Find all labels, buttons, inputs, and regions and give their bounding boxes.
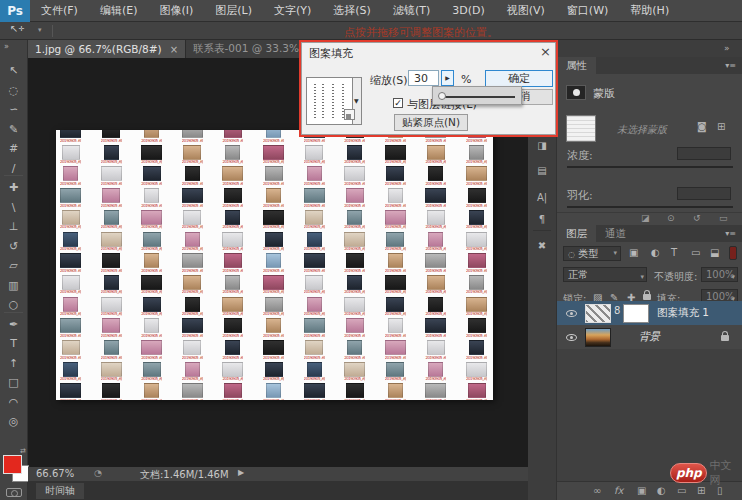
foreground-color-swatch[interactable] bbox=[3, 455, 22, 474]
scale-slider-arrow-icon[interactable]: ▶ bbox=[441, 70, 454, 86]
dialog-close-icon[interactable]: × bbox=[540, 44, 551, 59]
layer-row-pattern-fill[interactable]: 8 图案填充 1 bbox=[557, 301, 742, 325]
menu-item-滤镜(T)[interactable]: 滤镜(T) bbox=[382, 0, 441, 22]
mask-thumbnail[interactable] bbox=[566, 115, 596, 142]
layer-name[interactable]: 图案填充 1 bbox=[657, 306, 709, 320]
layer-mask-link-icon[interactable]: 8 bbox=[614, 305, 620, 316]
status-zoom-level[interactable]: 66.67% bbox=[36, 468, 74, 479]
filter-smart-objects-icon[interactable]: ⬓ bbox=[710, 247, 719, 258]
document-canvas[interactable]: 20190905_相片_001.jpg20190905_相片_001.jpg20… bbox=[56, 130, 493, 400]
visibility-eye-icon[interactable] bbox=[566, 310, 577, 317]
layer-name[interactable]: 背景 bbox=[639, 330, 660, 344]
delete-icon[interactable]: ▭ bbox=[719, 213, 728, 223]
density-value-box[interactable] bbox=[677, 147, 731, 160]
layer-mask-thumbnail[interactable] bbox=[623, 304, 649, 323]
filter-type-layers-icon[interactable]: T bbox=[671, 247, 677, 258]
filter-shape-layers-icon[interactable]: ▭ bbox=[691, 247, 700, 258]
menu-item-图像(I)[interactable]: 图像(I) bbox=[148, 0, 204, 22]
menu-item-编辑(E)[interactable]: 编辑(E) bbox=[89, 0, 149, 22]
healing-brush-tool[interactable]: ✚ bbox=[0, 179, 27, 197]
reset-icon[interactable]: ↺ bbox=[693, 213, 701, 223]
tab-layers[interactable]: 图层 bbox=[557, 225, 596, 242]
blend-mode-dropdown[interactable]: 正常▾ bbox=[563, 267, 647, 282]
add-mask-icon[interactable]: ⊞ bbox=[717, 121, 725, 132]
layer-style-icon[interactable]: fx bbox=[614, 485, 623, 496]
add-mask-icon[interactable]: ▣ bbox=[637, 485, 646, 496]
pen-tool[interactable]: ✒ bbox=[0, 316, 27, 334]
lock-all-icon[interactable] bbox=[643, 294, 651, 300]
move-tool[interactable]: ↖ bbox=[0, 62, 27, 80]
background-thumbnail[interactable] bbox=[585, 328, 611, 347]
contact-photo bbox=[62, 145, 80, 160]
layers-panel-menu-icon[interactable]: ▾≡ bbox=[725, 229, 736, 238]
mask-type-icon[interactable]: ◙ bbox=[697, 121, 707, 132]
tab-close-icon[interactable]: × bbox=[170, 44, 178, 55]
crop-tool[interactable]: # bbox=[0, 140, 27, 158]
history-brush-tool[interactable]: ↺ bbox=[0, 238, 27, 256]
menu-item-图层(L)[interactable]: 图层(L) bbox=[204, 0, 263, 22]
menu-item-选择(S)[interactable]: 选择(S) bbox=[322, 0, 382, 22]
document-tab-1[interactable]: 1.jpg @ 66.7%(RGB/8#)× bbox=[28, 40, 186, 58]
hand-tool[interactable]: ◠ bbox=[0, 394, 27, 412]
menu-item-3D(D)[interactable]: 3D(D) bbox=[441, 0, 496, 22]
pattern-fill-thumbnail[interactable] bbox=[585, 304, 611, 323]
adjustments-panel-icon[interactable]: ◨ bbox=[528, 140, 556, 151]
density-slider[interactable] bbox=[567, 166, 733, 168]
tab-channels[interactable]: 通道 bbox=[596, 225, 635, 242]
quick-select-tool[interactable]: ✎ bbox=[0, 121, 27, 139]
quick-mask-icon[interactable] bbox=[6, 488, 22, 497]
character-panel-icon[interactable]: A| bbox=[528, 192, 556, 203]
panels-collapse-icon[interactable]: » bbox=[724, 43, 730, 53]
menu-item-文字(Y)[interactable]: 文字(Y) bbox=[263, 0, 322, 22]
layer-filter-dropdown[interactable]: ◌ 类型▾ bbox=[563, 246, 621, 261]
menu-item-文件(F)[interactable]: 文件(F) bbox=[30, 0, 89, 22]
tool-preset-dropdown-icon[interactable]: ▾ bbox=[38, 26, 42, 34]
lasso-tool[interactable]: ∽ bbox=[0, 101, 27, 119]
toolbar-collapse-icon[interactable]: » bbox=[4, 42, 9, 51]
menu-item-帮助(H)[interactable]: 帮助(H) bbox=[619, 0, 680, 22]
contact-photo bbox=[428, 166, 443, 181]
invert-mask-icon[interactable]: ◪ bbox=[641, 213, 650, 223]
snap-to-origin-button[interactable]: 贴紧原点(N) bbox=[394, 114, 468, 131]
layer-row-background[interactable]: 背景 bbox=[557, 325, 742, 349]
eraser-tool[interactable]: ▱ bbox=[0, 257, 27, 275]
path-select-tool[interactable]: ↑ bbox=[0, 355, 27, 373]
slider-track[interactable] bbox=[441, 96, 515, 98]
visibility-eye-icon[interactable] bbox=[566, 334, 577, 341]
shape-tool[interactable]: □ bbox=[0, 374, 27, 392]
gradient-tool[interactable]: ▥ bbox=[0, 277, 27, 295]
zoom-tool[interactable]: ◎ bbox=[0, 413, 27, 431]
slider-thumb[interactable] bbox=[438, 92, 446, 100]
filter-adjustment-layers-icon[interactable]: ◐ bbox=[651, 247, 660, 258]
menu-item-窗口(W)[interactable]: 窗口(W) bbox=[556, 0, 619, 22]
link-with-layer-checkbox[interactable]: ✓ bbox=[393, 98, 403, 108]
photo-caption: 20190905_相片_001.jpg bbox=[60, 225, 81, 229]
brush-tool[interactable]: \ bbox=[0, 199, 27, 217]
swap-swatches-icon[interactable]: ⇄ bbox=[20, 447, 26, 455]
opacity-dropdown[interactable]: 100%▾ bbox=[701, 267, 738, 282]
timeline-tab[interactable]: 时间轴 bbox=[36, 483, 84, 499]
mask-view-icon[interactable]: ⊙ bbox=[667, 213, 675, 223]
tool-presets-panel-icon[interactable]: ✖ bbox=[528, 240, 556, 251]
layer-filter-toggle[interactable] bbox=[729, 246, 737, 260]
contact-photo bbox=[104, 210, 119, 225]
marquee-tool[interactable]: ◌ bbox=[0, 82, 27, 100]
contact-photo-cell: 20190905_相片_001.jpg bbox=[466, 253, 487, 272]
paragraph-panel-icon[interactable]: ¶ bbox=[528, 214, 556, 225]
link-layers-icon[interactable]: ∞ bbox=[593, 485, 601, 496]
ok-button[interactable]: 确定 bbox=[485, 70, 553, 87]
scale-input[interactable]: 30 bbox=[408, 70, 439, 86]
tab-properties[interactable]: 属性 bbox=[557, 57, 596, 74]
styles-panel-icon[interactable]: ▤ bbox=[528, 165, 556, 176]
properties-panel-menu-icon[interactable]: ▾≡ bbox=[725, 61, 736, 70]
feather-value-box[interactable] bbox=[677, 187, 731, 200]
feather-slider[interactable] bbox=[567, 206, 733, 208]
filter-pixel-layers-icon[interactable]: ▣ bbox=[629, 247, 638, 258]
clone-stamp-tool[interactable]: ⊥ bbox=[0, 218, 27, 236]
adjustment-layer-icon[interactable]: ◐ bbox=[657, 485, 666, 496]
status-options-arrow-icon[interactable]: ▶ bbox=[238, 468, 244, 477]
menu-item-视图(V)[interactable]: 视图(V) bbox=[496, 0, 556, 22]
type-tool[interactable]: T bbox=[0, 335, 27, 353]
move-tool-icon[interactable]: ↖✛ bbox=[10, 23, 24, 34]
contact-photo-cell: 20190905_相片_001.jpg bbox=[425, 210, 446, 229]
